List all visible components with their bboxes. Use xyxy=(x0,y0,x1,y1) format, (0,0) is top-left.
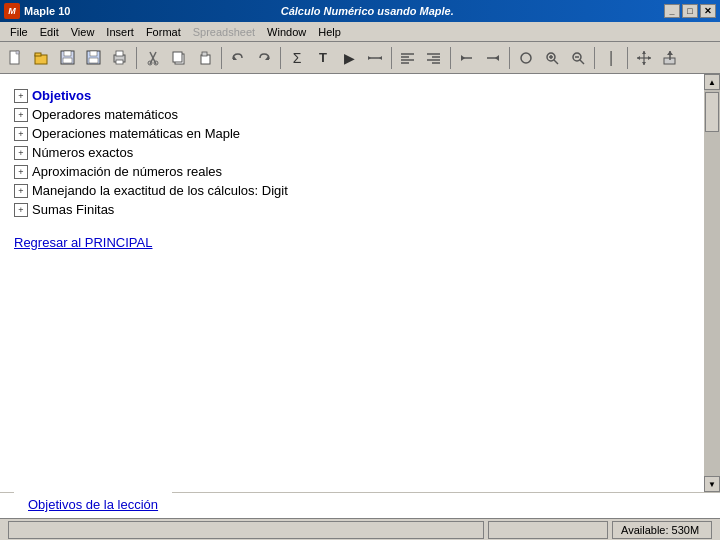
toolbar-sep-2 xyxy=(221,47,222,69)
minimize-button[interactable]: _ xyxy=(664,4,680,18)
svg-rect-11 xyxy=(116,60,123,64)
toolbar: Σ T ▶ | xyxy=(0,42,720,74)
zoom-in-button[interactable] xyxy=(540,46,564,70)
toolbar-sep-7 xyxy=(594,47,595,69)
back-to-principal-link[interactable]: Regresar al PRINCIPAL xyxy=(14,235,152,250)
arrow-right-button[interactable]: ▶ xyxy=(337,46,361,70)
toc-expand-icon-sumas[interactable]: + xyxy=(14,203,28,217)
toc-expand-icon-aproximacion[interactable]: + xyxy=(14,165,28,179)
toc-label-sumas[interactable]: Sumas Finitas xyxy=(32,202,114,217)
circle-button[interactable] xyxy=(514,46,538,70)
toc-container: +Objetivos+Operadores matemáticos+Operac… xyxy=(14,88,690,217)
svg-marker-34 xyxy=(461,55,465,61)
toolbar-sep-8 xyxy=(627,47,628,69)
footer-label[interactable]: Objetivos de la lección xyxy=(14,491,172,516)
new-button[interactable] xyxy=(4,46,28,70)
scroll-down-button[interactable]: ▼ xyxy=(704,476,720,492)
status-left xyxy=(8,521,484,539)
toc-label-operaciones[interactable]: Operaciones matemáticas en Maple xyxy=(32,126,240,141)
toolbar-sep-1 xyxy=(136,47,137,69)
svg-marker-53 xyxy=(667,51,673,55)
svg-marker-36 xyxy=(495,55,499,61)
forward-button[interactable] xyxy=(481,46,505,70)
print-button[interactable] xyxy=(108,46,132,70)
status-bar: Available: 530M xyxy=(0,518,720,540)
close-button[interactable]: ✕ xyxy=(700,4,716,18)
save-copy-button[interactable] xyxy=(56,46,80,70)
scroll-up-button[interactable]: ▲ xyxy=(704,74,720,90)
save-button[interactable] xyxy=(82,46,106,70)
svg-rect-4 xyxy=(64,51,71,56)
menu-window[interactable]: Window xyxy=(261,25,312,39)
toc-expand-icon-operadores[interactable]: + xyxy=(14,108,28,122)
status-middle xyxy=(488,521,608,539)
undo-button[interactable] xyxy=(226,46,250,70)
toolbar-sep-4 xyxy=(391,47,392,69)
svg-rect-19 xyxy=(202,52,207,56)
cut-button[interactable] xyxy=(141,46,165,70)
toolbar-sep-6 xyxy=(509,47,510,69)
menu-view[interactable]: View xyxy=(65,25,101,39)
toolbar-sep-5 xyxy=(450,47,451,69)
toc-item-aproximacion: +Aproximación de números reales xyxy=(14,164,690,179)
scrollbar-vertical: ▲ ▼ xyxy=(704,74,720,492)
align-right-button[interactable] xyxy=(422,46,446,70)
content-area: +Objetivos+Operadores matemáticos+Operac… xyxy=(0,74,704,492)
menu-file[interactable]: File xyxy=(4,25,34,39)
redo-button[interactable] xyxy=(252,46,276,70)
svg-point-37 xyxy=(521,53,531,63)
available-memory: Available: 530M xyxy=(612,521,712,539)
svg-rect-7 xyxy=(90,51,97,56)
open-button[interactable] xyxy=(30,46,54,70)
window-subtitle: Cálculo Numérico usando Maple. xyxy=(70,5,664,17)
toc-item-sumas: +Sumas Finitas xyxy=(14,202,690,217)
left-right-arrow-button[interactable] xyxy=(363,46,387,70)
toc-item-operadores: +Operadores matemáticos xyxy=(14,107,690,122)
window-controls: _ □ ✕ xyxy=(664,4,716,18)
toc-item-objetivos: +Objetivos xyxy=(14,88,690,103)
svg-marker-24 xyxy=(379,56,382,60)
crosshair-button[interactable] xyxy=(632,46,656,70)
toc-expand-icon-numeros[interactable]: + xyxy=(14,146,28,160)
svg-marker-23 xyxy=(368,56,371,60)
align-left-button[interactable] xyxy=(396,46,420,70)
title-bar: M Maple 10 Cálculo Numérico usando Maple… xyxy=(0,0,720,22)
toc-label-operadores[interactable]: Operadores matemáticos xyxy=(32,107,178,122)
toc-expand-icon-manejando[interactable]: + xyxy=(14,184,28,198)
menu-edit[interactable]: Edit xyxy=(34,25,65,39)
toc-item-operaciones: +Operaciones matemáticas en Maple xyxy=(14,126,690,141)
menu-format[interactable]: Format xyxy=(140,25,187,39)
toc-label-manejando[interactable]: Manejando la exactitud de los cálculos: … xyxy=(32,183,288,198)
menu-help[interactable]: Help xyxy=(312,25,347,39)
app-icon: M xyxy=(4,3,20,19)
app-title: Maple 10 xyxy=(24,5,70,17)
scroll-thumb[interactable] xyxy=(705,92,719,132)
toc-expand-icon-objetivos[interactable]: + xyxy=(14,89,28,103)
back-button[interactable] xyxy=(455,46,479,70)
toc-label-numeros[interactable]: Números exactos xyxy=(32,145,133,160)
export-button[interactable] xyxy=(658,46,682,70)
sigma-button[interactable]: Σ xyxy=(285,46,309,70)
maximize-button[interactable]: □ xyxy=(682,4,698,18)
toc-label-objetivos[interactable]: Objetivos xyxy=(32,88,91,103)
svg-rect-8 xyxy=(89,58,98,63)
svg-marker-50 xyxy=(648,56,651,60)
toc-item-numeros: +Números exactos xyxy=(14,145,690,160)
menu-spreadsheet[interactable]: Spreadsheet xyxy=(187,25,261,39)
paste-button[interactable] xyxy=(193,46,217,70)
svg-rect-5 xyxy=(63,58,72,63)
zoom-out-button[interactable] xyxy=(566,46,590,70)
menu-insert[interactable]: Insert xyxy=(100,25,140,39)
svg-rect-10 xyxy=(116,51,123,56)
svg-marker-49 xyxy=(637,56,640,60)
copy-button[interactable] xyxy=(167,46,191,70)
pipe-button[interactable]: | xyxy=(599,46,623,70)
toc-expand-icon-operaciones[interactable]: + xyxy=(14,127,28,141)
svg-line-39 xyxy=(554,60,558,64)
svg-marker-48 xyxy=(642,62,646,65)
text-button[interactable]: T xyxy=(311,46,335,70)
title-bar-left: M Maple 10 xyxy=(4,3,70,19)
toc-item-manejando: +Manejando la exactitud de los cálculos:… xyxy=(14,183,690,198)
svg-rect-2 xyxy=(35,53,41,56)
toc-label-aproximacion[interactable]: Aproximación de números reales xyxy=(32,164,222,179)
